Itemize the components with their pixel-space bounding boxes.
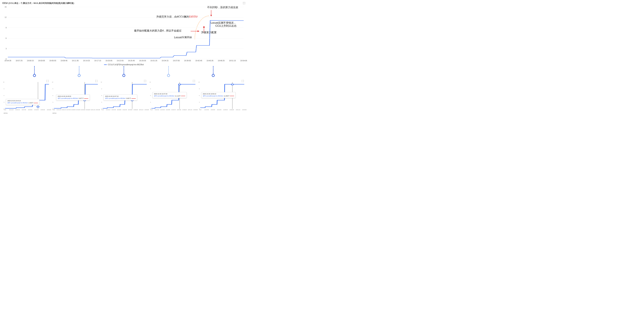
annotation-text: 升级算力配置 [201, 31, 216, 34]
connector-lollipop [168, 66, 170, 77]
annotation-text: 升级完算力后，由4CCU飙到11CCU [156, 15, 197, 18]
connector-lollipop [78, 66, 80, 77]
svg-point-15 [231, 84, 234, 85]
x-tick: 18:57:25 [16, 60, 22, 62]
chart-title: CCU [2, 1, 8, 4]
x-tick: 19:39:55 [184, 60, 191, 62]
svg-point-7 [37, 106, 39, 107]
connector-row [2, 66, 245, 79]
annotation-text: Locust压测开始 [174, 36, 192, 39]
legend-swatch [104, 64, 107, 65]
x-tick: 19:14:25 [83, 60, 90, 62]
expand-icon[interactable] [46, 80, 49, 82]
y-tick: 3 [6, 48, 6, 50]
x-tick: 19:08:45 [60, 60, 68, 62]
x-tick: 19:45:35 [206, 60, 214, 62]
x-tick: 19:28:35 [139, 60, 146, 62]
arrow-right-icon [191, 30, 200, 32]
x-tick: 19:37:05 [173, 60, 180, 62]
svg-point-13 [178, 84, 181, 85]
x-tick: 19:34:15 [162, 60, 168, 62]
connector-lollipop [33, 66, 36, 77]
annotation-text: 最开始分配最大的算力是4，所以不会超过 [134, 29, 182, 32]
y-tick: 12 [5, 16, 6, 18]
plot-area: 不到20秒，新的算力就生效升级完算力后，由4CCU飙到11CCU最开始分配最大的… [8, 7, 244, 59]
y-tick: 6 [6, 37, 6, 39]
x-tick: 19:22:55 [117, 60, 124, 62]
chart-header: CCU (CCU,单位：个,聚合方式：MAX,表示时间间隔(时间粒度)内最大瞬时… [2, 1, 245, 5]
arrow-down-icon [210, 10, 212, 16]
x-tick: 19:03:05 [38, 60, 45, 62]
x-tick: 19:25:45 [128, 60, 135, 62]
svg-marker-3 [198, 30, 200, 32]
x-tick: 19:17:15 [94, 60, 101, 62]
x-tick: 19:20:05 [106, 60, 112, 62]
x-tick: 19:00:15 [27, 60, 34, 62]
grid-line [8, 17, 244, 17]
chart-tooltip: 2023-10-29 19:50:10读写 cynosdbmysql-ins-8… [201, 92, 236, 98]
expand-icon[interactable] [242, 80, 244, 82]
mini-legend: -8ll239ul [52, 113, 56, 114]
chart-tooltip: 2023-10-29 19:44:10读写 cynosdbmysql-ins-8… [6, 99, 40, 105]
chart-tooltip: 2023-10-29 19:47:10读写 cynosdbmysql-ins-8… [104, 95, 137, 100]
mini-chart[interactable]: 0369122023-10-29 19:50:10读写 cynosdbmysql… [198, 79, 245, 114]
chart-tooltip: 2023-10-29 19:47:20读写 cynosdbmysql-ins-8… [152, 92, 187, 98]
expand-icon[interactable] [193, 80, 195, 82]
y-axis: 03691215 [2, 7, 7, 59]
expand-icon[interactable] [243, 2, 245, 4]
grid-line [8, 59, 244, 59]
x-tick: 19:48:25 [218, 60, 224, 62]
x-tick: 19:11:35 [72, 60, 79, 62]
x-tick: 19:05:55 [49, 60, 56, 62]
thumbnails-row: 0369122023-10-29 19:44:10读写 cynosdbmysql… [2, 79, 245, 114]
legend-label: CCU(个)#读写#cynosdbmysql-ins-8ll239ul [108, 63, 144, 66]
main-chart[interactable]: 03691215 不到20秒，新的算力就生效升级完算力后，由4CCU飙到11CC… [2, 5, 245, 66]
annotation-text: 不到20秒，新的算力就生效 [207, 6, 238, 9]
annotation-text: CCU上升到11左右 [215, 24, 236, 28]
mini-chart[interactable]: 0369122023-10-29 19:44:10读写 cynosdbmysql… [3, 79, 50, 114]
y-tick: 9 [6, 27, 6, 29]
svg-marker-1 [210, 15, 212, 16]
x-axis: 18:54:3518:57:2519:00:1519:03:0519:05:55… [8, 60, 244, 63]
mini-chart[interactable]: 0369122023-10-29 19:45:00读写 cynosdbmysql… [52, 79, 98, 114]
chart-tooltip: 2023-10-29 19:45:00读写 cynosdbmysql-ins-8… [56, 95, 90, 100]
grid-line [8, 38, 244, 38]
mini-chart[interactable]: 0369122023-10-29 19:47:20读写 cynosdbmysql… [149, 79, 196, 114]
y-tick: 15 [5, 6, 6, 8]
connector-lollipop [123, 66, 125, 77]
expand-icon[interactable] [144, 80, 146, 82]
chart-subtitle: (CCU,单位：个,聚合方式：MAX,表示时间间隔(时间粒度)内最大瞬时值) [8, 2, 74, 5]
chart-legend: CCU(个)#读写#cynosdbmysql-ins-8ll239ul [2, 63, 245, 66]
mini-legend: -8ll239ul [3, 113, 8, 114]
mini-chart[interactable]: 0369122023-10-29 19:47:10读写 cynosdbmysql… [100, 79, 148, 114]
x-tick: 19:51:15 [229, 60, 236, 62]
annotation-text: Locust压测不变情况， [211, 21, 236, 25]
connector-lollipop [212, 66, 214, 77]
x-tick: 19:54:05 [240, 60, 247, 62]
expand-icon[interactable] [95, 80, 98, 82]
x-tick: 19:42:45 [195, 60, 202, 62]
x-tick: 18:54:35 [4, 60, 11, 62]
x-tick: 19:31:25 [150, 60, 157, 62]
